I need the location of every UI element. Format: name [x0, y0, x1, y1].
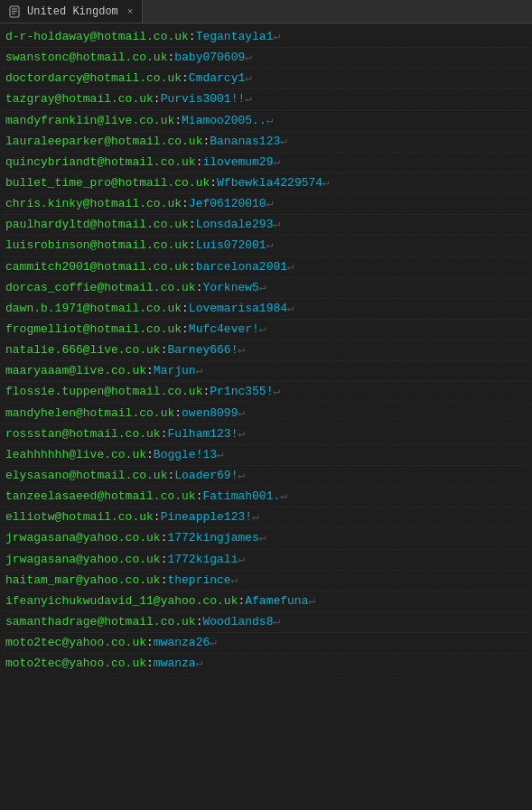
list-item: samanthadrage@hotmail.co.uk:Woodlands8↵ [2, 612, 530, 633]
separator: : [154, 510, 161, 524]
email-value: lauraleeparker@hotmail.co.uk [5, 135, 202, 148]
password-value: Pineapple123! [161, 510, 252, 524]
separator: : [189, 260, 196, 274]
password-value: Lovemarisa1984 [189, 302, 287, 315]
email-value: bullet_time_pro@hotmail.co.uk [5, 176, 210, 190]
password-value: Afamefuna [245, 594, 308, 608]
password-value: Barney666! [167, 343, 238, 357]
email-value: paulhardyltd@hotmail.co.uk [5, 218, 189, 231]
list-item: chris.kinky@hotmail.co.uk:Jef06120010↵ [2, 194, 530, 215]
tab-close-button[interactable]: × [127, 6, 134, 17]
tab-bar: United Kingdom × [0, 0, 532, 23]
password-value: Cmdarcy1 [189, 71, 245, 85]
password-value: Purvis3001!! [161, 92, 246, 106]
email-value: jrwagasana@yahoo.co.uk [5, 553, 161, 566]
email-value: haitam_mar@yahoo.co.uk [5, 573, 161, 587]
email-value: natalie.666@live.co.uk [5, 343, 161, 357]
separator: : [189, 30, 196, 43]
email-value: frogmelliot@hotmail.co.uk [5, 322, 182, 336]
email-value: quincybriandt@hotmail.co.uk [5, 155, 196, 169]
separator: : [189, 238, 196, 252]
password-value: 1772kigali [167, 553, 238, 566]
email-value: rossstan@hotmail.co.uk [5, 427, 161, 441]
separator: : [174, 406, 182, 420]
list-item: elysasano@hotmail.co.uk:Loader69!↵ [2, 466, 530, 487]
password-value: Boggle!13 [154, 448, 217, 461]
email-value: leahhhhhh@live.co.uk [5, 448, 146, 461]
newline-indicator: ↵ [287, 260, 294, 274]
newline-indicator: ↵ [280, 135, 287, 148]
password-value: baby070609 [174, 51, 245, 64]
list-item: elliotw@hotmail.co.uk:Pineapple123!↵ [2, 507, 530, 528]
list-item: moto2tec@yahoo.co.uk:mwanza26↵ [2, 633, 530, 654]
password-value: Yorknew5 [202, 281, 258, 294]
newline-indicator: ↵ [245, 71, 252, 85]
newline-indicator: ↵ [259, 531, 266, 545]
newline-indicator: ↵ [273, 615, 280, 628]
email-value: jrwagasana@yahoo.co.uk [5, 531, 161, 545]
password-value: ilovemum29 [202, 155, 273, 169]
newline-indicator: ↵ [266, 238, 274, 252]
separator: : [182, 71, 189, 85]
email-value: ifeanyichukwudavid_11@yahoo.co.uk [5, 594, 238, 608]
list-item: jrwagasana@yahoo.co.uk:1772kigali↵ [2, 550, 530, 571]
password-value: Wfbewkla4229574 [217, 176, 322, 190]
list-item: dorcas_coffie@hotmail.co.uk:Yorknew5↵ [2, 278, 530, 299]
document-icon [9, 5, 22, 18]
password-value: owen8099 [182, 406, 238, 420]
list-item: haitam_mar@yahoo.co.uk:theprince↵ [2, 571, 530, 591]
list-item: d-r-holdaway@hotmail.co.uk:Tegantayla1↵ [2, 27, 530, 48]
separator: : [182, 322, 189, 336]
tab-united-kingdom[interactable]: United Kingdom × [0, 0, 143, 23]
password-value: Loader69! [174, 469, 238, 482]
password-value: Lonsdale293 [196, 218, 274, 231]
password-value: 1772kingjames [167, 531, 258, 545]
separator: : [210, 176, 217, 190]
email-value: elysasano@hotmail.co.uk [5, 469, 167, 482]
content-area: d-r-holdaway@hotmail.co.uk:Tegantayla1↵s… [0, 23, 532, 678]
email-value: chris.kinky@hotmail.co.uk [5, 197, 182, 210]
password-value: Luis072001 [196, 238, 266, 252]
list-item: tazgray@hotmail.co.uk:Purvis3001!!↵ [2, 89, 530, 110]
email-value: flossie.tuppen@hotmail.co.uk [5, 385, 202, 398]
email-value: luisrobinson@hotmail.co.uk [5, 238, 189, 252]
password-value: Mufc4ever! [189, 322, 259, 336]
password-value: Tegantayla1 [196, 30, 274, 43]
list-item: swanstonc@hotmail.co.uk:baby070609↵ [2, 48, 530, 69]
newline-indicator: ↵ [266, 197, 274, 210]
newline-indicator: ↵ [245, 92, 252, 106]
newline-indicator: ↵ [280, 489, 287, 503]
list-item: moto2tec@yahoo.co.uk:mwanza↵ [2, 654, 530, 675]
newline-indicator: ↵ [287, 302, 294, 315]
password-value: Woodlands8 [202, 615, 273, 628]
separator: : [146, 364, 154, 377]
email-value: tanzeelasaeed@hotmail.co.uk [5, 489, 196, 503]
newline-indicator: ↵ [238, 406, 245, 420]
newline-indicator: ↵ [259, 281, 266, 294]
newline-indicator: ↵ [238, 553, 245, 566]
email-value: mandyfranklin@live.co.uk [5, 114, 174, 127]
list-item: dawn.b.1971@hotmail.co.uk:Lovemarisa1984… [2, 299, 530, 320]
list-item: mandyfranklin@live.co.uk:Miamoo2005..↵ [2, 111, 530, 132]
newline-indicator: ↵ [245, 51, 252, 64]
email-value: moto2tec@yahoo.co.uk [5, 656, 146, 670]
password-value: barcelona2001 [196, 260, 287, 274]
password-value: Bananas123 [210, 135, 280, 148]
list-item: jrwagasana@yahoo.co.uk:1772kingjames↵ [2, 528, 530, 549]
list-item: cammitch2001@hotmail.co.uk:barcelona2001… [2, 257, 530, 278]
newline-indicator: ↵ [238, 469, 245, 482]
newline-indicator: ↵ [259, 322, 266, 336]
email-value: maaryaaam@live.co.uk [5, 364, 146, 377]
separator: : [182, 197, 189, 210]
list-item: ifeanyichukwudavid_11@yahoo.co.uk:Afamef… [2, 591, 530, 612]
newline-indicator: ↵ [210, 636, 217, 649]
password-value: Fulham123! [167, 427, 238, 441]
list-item: maaryaaam@live.co.uk:Marjun↵ [2, 361, 530, 382]
email-value: dorcas_coffie@hotmail.co.uk [5, 281, 196, 294]
email-value: dawn.b.1971@hotmail.co.uk [5, 302, 182, 315]
separator: : [174, 114, 182, 127]
list-item: rossstan@hotmail.co.uk:Fulham123!↵ [2, 424, 530, 445]
email-value: mandyhelen@hotmail.co.uk [5, 406, 174, 420]
password-value: Fatimah001. [202, 489, 280, 503]
password-value: mwanza26 [154, 636, 210, 649]
